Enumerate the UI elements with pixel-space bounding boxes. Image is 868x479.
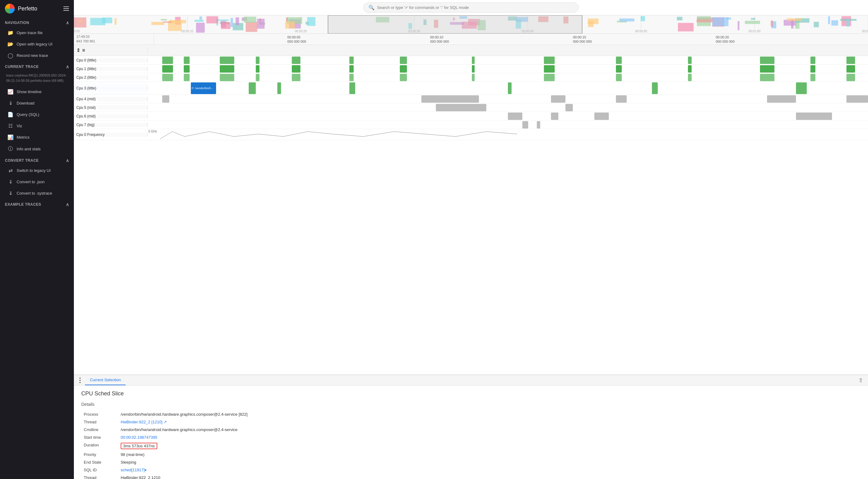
track-row-cpu1: Cpu 1 (little) xyxy=(74,65,868,73)
freq-chart xyxy=(148,129,868,140)
sql-id-dropdown-button[interactable]: ▾ xyxy=(145,468,147,472)
cpu0-bar xyxy=(184,57,190,64)
main-content: 🔍 17:49:33 843 700 961 00:00:05 000 000 … xyxy=(74,0,868,479)
track-content-cpu1[interactable] xyxy=(148,65,868,73)
track-content-cpu6[interactable] xyxy=(148,112,868,120)
cpu1-bar xyxy=(846,65,855,73)
sidebar-item-switch-legacy[interactable]: ⇄ Switch to legacy UI xyxy=(1,165,73,176)
bottom-panel: Current Selection ⇧ CPU Sched Slice Deta… xyxy=(74,374,868,479)
track-list[interactable]: Cpu 0 (little) Cpu 1 (little) Cpu 2 (lit… xyxy=(74,56,868,374)
details-table-row: ThreadHwBinder:822_2 [1210] ↗ xyxy=(81,418,861,426)
search-input[interactable] xyxy=(377,5,574,10)
cpu0-bar xyxy=(292,57,301,64)
details-table-row: Process/vendor/bin/hw/android.hardware.g… xyxy=(81,410,861,418)
track-row-cpu2: Cpu 2 (little) xyxy=(74,73,868,82)
sidebar-item-metrics[interactable]: 📊 Metrics xyxy=(1,132,73,143)
cpu5-slice-1 xyxy=(436,104,486,111)
track-content-cpu0-freq[interactable]: 5 GHz xyxy=(148,129,868,140)
details-field-key: Start time xyxy=(81,434,118,441)
viz-icon: ☷ xyxy=(7,123,13,129)
track-row-cpu5: Cpu 5 (mid) xyxy=(74,103,868,112)
bottom-panel-expand-btn[interactable]: ⇧ xyxy=(856,376,866,385)
cpu0-bar xyxy=(349,57,354,64)
track-content-cpu7[interactable] xyxy=(148,121,868,129)
sidebar-item-record-trace[interactable]: ◯ Record new trace xyxy=(1,50,73,61)
sidebar-item-show-timeline[interactable]: 📈 Show timeline xyxy=(1,87,73,97)
sidebar-item-open-trace[interactable]: 📁 Open trace file xyxy=(1,27,73,38)
cpu4-slice-1 xyxy=(162,95,169,103)
cpu2-bar xyxy=(688,74,692,81)
convert-trace-chevron-icon: ∧ xyxy=(66,158,69,163)
tab-current-selection[interactable]: Current Selection xyxy=(85,375,126,385)
overview-bar[interactable] xyxy=(74,15,868,34)
ruler-tick-0: 00:00:05 000 000 000 xyxy=(287,35,306,44)
cpu0-bar xyxy=(616,57,622,64)
track-label-cpu0-freq: Cpu 0 Frequency xyxy=(74,133,148,137)
cpu4-slice-6 xyxy=(846,95,868,103)
sidebar-item-viz[interactable]: ☷ Viz xyxy=(1,121,73,131)
cpu3-slice-6 xyxy=(652,82,658,94)
bottom-panel-dots-menu[interactable] xyxy=(76,377,84,384)
cpu0-bar xyxy=(472,57,475,64)
collapse-all-icon[interactable]: ⇕ xyxy=(76,47,80,53)
details-link[interactable]: 00:00:02.198747395 xyxy=(121,435,157,440)
switch-icon: ⇄ xyxy=(7,168,13,173)
track-row-cpu3: Cpu 3 (little) P: /vendor/bin/hw/android… xyxy=(74,82,868,95)
track-content-cpu4[interactable] xyxy=(148,95,868,103)
details-field-value[interactable]: 00:00:02.198747395 xyxy=(118,434,861,441)
folder-open-icon: 📁 xyxy=(7,30,13,36)
cpu0-bar xyxy=(400,57,407,64)
folder-icon: 📂 xyxy=(7,41,13,47)
sidebar: Perfetto Navigation ∧ 📁 Open trace file … xyxy=(0,0,74,479)
cpu1-bar xyxy=(162,65,173,73)
search-bar[interactable]: 🔍 xyxy=(363,2,579,12)
hamburger-menu-icon[interactable] xyxy=(63,6,69,11)
systrace-icon: ⇓ xyxy=(7,190,13,196)
cpu1-bar xyxy=(472,65,475,73)
track-label-cpu3: Cpu 3 (little) xyxy=(74,86,148,91)
bottom-panel-content: CPU Sched Slice Details Process/vendor/b… xyxy=(74,385,868,479)
details-field-value: HwBinder:822_2 1210 xyxy=(118,474,861,479)
details-field-value: Sleeping xyxy=(118,458,861,466)
cpu1-bar xyxy=(220,65,234,73)
navigation-section-header[interactable]: Navigation ∧ xyxy=(0,17,74,27)
ruler-start-label: 17:49:33 843 700 961 xyxy=(74,34,154,44)
sql-id-link[interactable]: sched[11917] xyxy=(121,468,145,472)
cpu3-slice-3 xyxy=(277,82,281,94)
track-content-cpu5[interactable] xyxy=(148,103,868,112)
track-content-cpu3[interactable]: P: /vendor/bin/hw/android.hardware.graph… xyxy=(148,82,868,94)
track-content-cpu0[interactable] xyxy=(148,56,868,64)
track-content-cpu2[interactable] xyxy=(148,73,868,81)
sidebar-item-info-stats[interactable]: ⓘ Info and stats xyxy=(1,143,73,155)
cpu3-slice-7 xyxy=(796,82,807,94)
metrics-icon: 📊 xyxy=(7,134,13,140)
convert-trace-section-header[interactable]: Convert trace ∧ xyxy=(0,155,74,165)
download-icon: ⇓ xyxy=(7,100,13,106)
cpu2-bar xyxy=(292,74,301,81)
details-field-value[interactable]: sched[11917] ▾ xyxy=(118,466,861,474)
ruler-ticks: 00:00:05 000 000 00000:00:10 000 000 000… xyxy=(154,34,868,44)
example-traces-section-header[interactable]: Example Traces ∧ xyxy=(0,199,74,209)
details-section: Details Process/vendor/bin/hw/android.ha… xyxy=(81,402,861,479)
sidebar-header: Perfetto xyxy=(0,0,74,17)
details-link[interactable]: HwBinder:822_2 [1210] ↗ xyxy=(121,420,167,424)
cpu2-bar xyxy=(544,74,555,81)
sidebar-item-convert-systrace[interactable]: ⇓ Convert to .systrace xyxy=(1,188,73,199)
cpu0-bar xyxy=(220,57,234,64)
sidebar-item-open-legacy[interactable]: 📂 Open with legacy UI xyxy=(1,39,73,49)
track-label-cpu4: Cpu 4 (mid) xyxy=(74,97,148,101)
sidebar-item-query-sql[interactable]: 📄 Query (SQL) xyxy=(1,109,73,120)
details-field-key: Thread xyxy=(81,474,118,479)
details-field-value[interactable]: HwBinder:822_2 [1210] ↗ xyxy=(118,418,861,426)
expand-all-icon[interactable]: ≡ xyxy=(82,48,85,53)
current-trace-section-header[interactable]: Current Trace ∧ xyxy=(0,61,74,71)
details-field-key: End State xyxy=(81,458,118,466)
details-field-value: /vendor/bin/hw/android.hardware.graphics… xyxy=(118,410,861,418)
sidebar-item-convert-json[interactable]: ⇓ Convert to .json xyxy=(1,176,73,187)
current-trace-chevron-icon: ∧ xyxy=(66,64,69,69)
cpu6-slice-3 xyxy=(594,112,609,120)
cpu4-slice-3 xyxy=(551,95,565,103)
track-row-cpu7: Cpu 7 (big) xyxy=(74,121,868,129)
cpu6-slice-2 xyxy=(551,112,558,120)
sidebar-item-download[interactable]: ⇓ Download xyxy=(1,98,73,108)
